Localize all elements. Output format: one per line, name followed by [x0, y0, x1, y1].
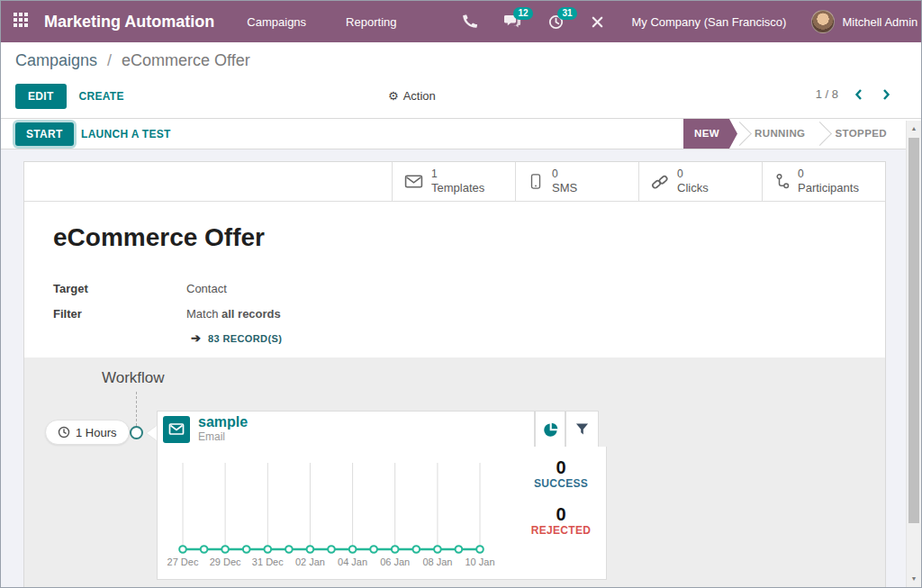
edit-button[interactable]: EDIT	[15, 84, 67, 109]
arrow-right-icon: ➔	[191, 331, 201, 345]
stat-value: 0	[552, 167, 558, 181]
status-step-running[interactable]: RUNNING	[742, 119, 818, 149]
stat-button-sms[interactable]: 0SMS	[515, 162, 638, 201]
form-view: 1Templates 0SMS 0Clicks 0Participants eC…	[1, 149, 921, 587]
svg-text:08 Jan: 08 Jan	[422, 556, 452, 567]
navbar: Marketing Automation Campaigns Reporting…	[1, 1, 921, 42]
scroll-up-icon[interactable]: ▲	[907, 122, 921, 136]
scroll-down-icon[interactable]: ▼	[907, 572, 921, 586]
statusbar: START LAUNCH A TEST NEW RUNNING STOPPED	[1, 119, 921, 149]
stat-button-templates[interactable]: 1Templates	[392, 162, 515, 201]
rejected-label: REJECTED	[520, 524, 601, 537]
apps-grid-icon[interactable]	[14, 13, 28, 31]
systray: 12 31 My Company (San Francisco) Mitchel…	[436, 10, 917, 33]
pie-chart-icon	[543, 422, 558, 438]
link-icon	[651, 174, 669, 190]
control-panel: Campaigns / eCommerce Offer EDIT CREATE …	[1, 42, 921, 119]
stat-button-clicks[interactable]: 0Clicks	[638, 162, 762, 201]
launch-a-test-button[interactable]: LAUNCH A TEST	[81, 128, 171, 140]
activities-badge: 31	[557, 7, 576, 20]
activity-type: Email	[198, 431, 248, 444]
field-filter-value: Match all records	[186, 306, 281, 322]
mobile-icon	[528, 173, 544, 190]
email-activity-icon	[163, 416, 190, 443]
records-count-link: 83 RECORD(S)	[208, 333, 282, 344]
company-switcher[interactable]: My Company (San Francisco)	[631, 15, 786, 29]
workflow-node-icon	[130, 426, 143, 439]
filter-funnel-icon	[575, 422, 589, 436]
user-menu[interactable]: Mitchell Admin	[842, 15, 917, 29]
clock-icon	[58, 426, 70, 439]
svg-text:27 Dec: 27 Dec	[167, 556, 199, 567]
messages-badge: 12	[513, 7, 532, 20]
field-target-value: Contact	[186, 281, 227, 297]
phone-icon[interactable]	[463, 14, 477, 29]
breadcrumb-campaigns-link[interactable]: Campaigns	[15, 51, 97, 69]
pager-value: 1 / 8	[816, 87, 838, 101]
activity-card-body: 27 Dec29 Dec31 Dec02 Jan04 Jan06 Jan08 J…	[157, 447, 607, 580]
svg-text:10 Jan: 10 Jan	[465, 556, 494, 567]
activity-stats: 0 SUCCESS 0 REJECTED	[520, 457, 601, 551]
form-sheet: 1Templates 0SMS 0Clicks 0Participants eC…	[23, 161, 886, 587]
action-menu-label: Action	[403, 89, 436, 103]
field-filter: Filter Match all records	[53, 306, 856, 322]
success-count: 0	[520, 457, 601, 477]
trigger-delay-button[interactable]: 1 Hours	[45, 420, 130, 445]
svg-text:04 Jan: 04 Jan	[338, 556, 367, 567]
status-steps: NEW RUNNING STOPPED	[683, 119, 899, 149]
action-menu[interactable]: ⚙ Action	[388, 89, 436, 103]
stat-value: 0	[677, 167, 683, 181]
activity-card-header[interactable]: sample Email	[157, 411, 535, 448]
gear-icon: ⚙	[388, 89, 399, 103]
pager-previous-button[interactable]	[851, 88, 866, 101]
stat-label: Participants	[798, 181, 859, 195]
workflow-heading: Workflow	[102, 369, 165, 387]
stat-button-row: 1Templates 0SMS 0Clicks 0Participants	[24, 162, 885, 202]
records-button[interactable]: ➔ 83 RECORD(S)	[191, 331, 856, 357]
scrollbar-thumb[interactable]	[908, 138, 919, 523]
envelope-icon	[404, 174, 423, 189]
app-name-menu[interactable]: Marketing Automation	[44, 13, 214, 32]
workflow-connector-line	[136, 392, 137, 426]
trigger-delay-label: 1 Hours	[76, 426, 117, 439]
stat-label: Templates	[431, 181, 484, 195]
start-button[interactable]: START	[15, 122, 74, 146]
status-step-stopped[interactable]: STOPPED	[822, 119, 899, 149]
svg-text:29 Dec: 29 Dec	[210, 556, 241, 567]
activity-chart: 27 Dec29 Dec31 Dec02 Jan04 Jan06 Jan08 J…	[167, 450, 509, 576]
card-pointer	[147, 426, 157, 440]
nav-menu-reporting[interactable]: Reporting	[346, 15, 396, 29]
svg-text:02 Jan: 02 Jan	[295, 556, 325, 567]
campaign-title: eCommerce Offer	[53, 223, 856, 252]
vertical-scrollbar[interactable]: ▲ ▼	[906, 121, 921, 587]
stat-label: Clicks	[677, 181, 709, 195]
svg-text:31 Dec: 31 Dec	[252, 556, 284, 567]
messages-icon[interactable]: 12	[504, 14, 521, 29]
activity-name: sample	[198, 414, 248, 430]
breadcrumb: Campaigns / eCommerce Offer	[15, 51, 250, 70]
svg-text:06 Jan: 06 Jan	[380, 556, 410, 567]
breadcrumb-current: eCommerce Offer	[122, 51, 250, 69]
activities-clock-icon[interactable]: 31	[548, 14, 564, 30]
field-target: Target Contact	[53, 281, 856, 297]
breadcrumb-separator: /	[107, 51, 112, 69]
nav-menu-campaigns[interactable]: Campaigns	[247, 15, 306, 29]
stat-value: 0	[798, 167, 804, 181]
stat-value: 1	[431, 167, 438, 181]
field-target-label: Target	[53, 281, 186, 297]
pager-next-button[interactable]	[879, 88, 894, 101]
graph-tab-button[interactable]	[535, 411, 565, 448]
filter-tab-button[interactable]	[565, 411, 599, 448]
workflow-area: Workflow 1 Hours sample Email	[24, 357, 885, 587]
pager: 1 / 8	[816, 87, 894, 101]
tools-icon[interactable]	[591, 15, 604, 29]
app-window: Marketing Automation Campaigns Reporting…	[0, 0, 922, 588]
create-button[interactable]: CREATE	[79, 90, 124, 103]
chevron-right-icon	[884, 90, 889, 99]
stat-label: SMS	[552, 181, 577, 195]
user-avatar[interactable]	[811, 10, 835, 33]
chevron-left-icon	[857, 90, 862, 99]
stat-button-participants[interactable]: 0Participants	[762, 162, 885, 201]
rejected-count: 0	[520, 504, 601, 524]
field-filter-label: Filter	[53, 306, 186, 322]
